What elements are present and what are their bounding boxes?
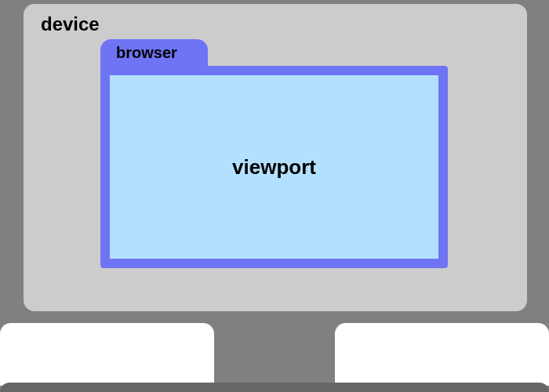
browser-frame: viewport [100,66,448,268]
viewport-label: viewport [232,155,316,180]
browser-label: browser [116,44,177,62]
browser-box: browser viewport [100,39,448,270]
bottom-bar [0,383,549,392]
device-box: device browser viewport [24,4,527,311]
browser-tab: browser [100,39,208,66]
panel-left [0,323,214,386]
panel-right [335,323,549,386]
device-label: device [41,13,511,35]
viewport-box: viewport [110,75,438,259]
